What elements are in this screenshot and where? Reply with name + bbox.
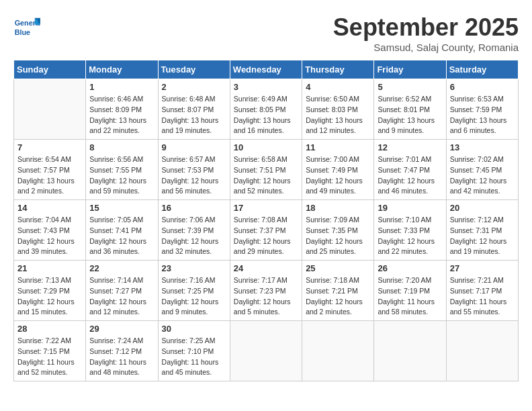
weekday-header-row: SundayMondayTuesdayWednesdayThursdayFrid… [14, 60, 519, 79]
calendar-cell: 16Sunrise: 7:06 AM Sunset: 7:39 PM Dayli… [158, 200, 230, 261]
calendar-cell: 12Sunrise: 7:01 AM Sunset: 7:47 PM Dayli… [374, 140, 446, 200]
weekday-header-tuesday: Tuesday [158, 60, 230, 79]
calendar-cell: 30Sunrise: 7:25 AM Sunset: 7:10 PM Dayli… [158, 321, 230, 381]
day-number: 9 [162, 142, 226, 152]
calendar-cell: 17Sunrise: 7:08 AM Sunset: 7:37 PM Dayli… [230, 200, 302, 261]
calendar-cell: 18Sunrise: 7:09 AM Sunset: 7:35 PM Dayli… [302, 200, 374, 261]
day-info: Sunrise: 7:20 AM Sunset: 7:19 PM Dayligh… [378, 275, 442, 318]
day-number: 27 [450, 263, 515, 273]
month-title: September 2025 [333, 13, 519, 42]
day-info: Sunrise: 6:48 AM Sunset: 8:07 PM Dayligh… [162, 94, 226, 136]
calendar-cell [446, 321, 518, 381]
day-info: Sunrise: 7:16 AM Sunset: 7:25 PM Dayligh… [162, 275, 226, 318]
day-number: 22 [89, 263, 154, 273]
calendar-cell [374, 321, 446, 381]
day-info: Sunrise: 7:08 AM Sunset: 7:37 PM Dayligh… [234, 215, 298, 257]
day-number: 2 [162, 82, 226, 92]
calendar-cell: 1Sunrise: 6:46 AM Sunset: 8:09 PM Daylig… [86, 79, 158, 140]
day-number: 21 [17, 263, 82, 273]
day-info: Sunrise: 6:46 AM Sunset: 8:09 PM Dayligh… [89, 94, 154, 136]
day-number: 24 [234, 263, 298, 273]
day-number: 28 [17, 324, 82, 334]
day-number: 29 [89, 324, 154, 334]
day-info: Sunrise: 6:57 AM Sunset: 7:53 PM Dayligh… [162, 154, 226, 197]
day-number: 15 [89, 203, 154, 213]
day-info: Sunrise: 6:49 AM Sunset: 8:05 PM Dayligh… [234, 94, 298, 136]
day-info: Sunrise: 6:54 AM Sunset: 7:57 PM Dayligh… [17, 154, 82, 197]
day-info: Sunrise: 7:00 AM Sunset: 7:49 PM Dayligh… [306, 154, 370, 197]
day-info: Sunrise: 6:50 AM Sunset: 8:03 PM Dayligh… [306, 94, 370, 136]
calendar-cell: 10Sunrise: 6:58 AM Sunset: 7:51 PM Dayli… [230, 140, 302, 200]
day-number: 1 [89, 82, 154, 92]
calendar-cell: 24Sunrise: 7:17 AM Sunset: 7:23 PM Dayli… [230, 261, 302, 321]
day-info: Sunrise: 7:05 AM Sunset: 7:41 PM Dayligh… [89, 215, 154, 257]
day-number: 17 [234, 203, 298, 213]
day-number: 14 [17, 203, 82, 213]
weekday-header-thursday: Thursday [302, 60, 374, 79]
calendar-cell: 19Sunrise: 7:10 AM Sunset: 7:33 PM Dayli… [374, 200, 446, 261]
logo-icon: General Blue [13, 13, 40, 40]
day-info: Sunrise: 7:13 AM Sunset: 7:29 PM Dayligh… [17, 275, 82, 318]
day-info: Sunrise: 7:10 AM Sunset: 7:33 PM Dayligh… [378, 215, 442, 257]
title-block: September 2025 Samsud, Salaj County, Rom… [333, 13, 519, 53]
calendar-cell: 23Sunrise: 7:16 AM Sunset: 7:25 PM Dayli… [158, 261, 230, 321]
day-info: Sunrise: 7:24 AM Sunset: 7:12 PM Dayligh… [89, 336, 154, 378]
calendar-cell: 6Sunrise: 6:53 AM Sunset: 7:59 PM Daylig… [446, 79, 518, 140]
calendar-cell: 26Sunrise: 7:20 AM Sunset: 7:19 PM Dayli… [374, 261, 446, 321]
page-header: General Blue September 2025 Samsud, Sala… [13, 13, 519, 53]
calendar-cell: 25Sunrise: 7:18 AM Sunset: 7:21 PM Dayli… [302, 261, 374, 321]
calendar-cell [230, 321, 302, 381]
day-info: Sunrise: 6:58 AM Sunset: 7:51 PM Dayligh… [234, 154, 298, 197]
day-info: Sunrise: 7:02 AM Sunset: 7:45 PM Dayligh… [450, 154, 515, 197]
day-info: Sunrise: 7:17 AM Sunset: 7:23 PM Dayligh… [234, 275, 298, 318]
calendar-cell [302, 321, 374, 381]
calendar-cell: 15Sunrise: 7:05 AM Sunset: 7:41 PM Dayli… [86, 200, 158, 261]
day-info: Sunrise: 7:01 AM Sunset: 7:47 PM Dayligh… [378, 154, 442, 197]
day-number: 4 [306, 82, 370, 92]
day-number: 5 [378, 82, 442, 92]
calendar-cell: 14Sunrise: 7:04 AM Sunset: 7:43 PM Dayli… [14, 200, 86, 261]
day-number: 20 [450, 203, 515, 213]
day-number: 16 [162, 203, 226, 213]
day-info: Sunrise: 6:56 AM Sunset: 7:55 PM Dayligh… [89, 154, 154, 197]
calendar-table: SundayMondayTuesdayWednesdayThursdayFrid… [13, 60, 519, 381]
weekday-header-monday: Monday [86, 60, 158, 79]
day-info: Sunrise: 7:21 AM Sunset: 7:17 PM Dayligh… [450, 275, 515, 318]
week-row-3: 14Sunrise: 7:04 AM Sunset: 7:43 PM Dayli… [14, 200, 519, 261]
day-number: 12 [378, 142, 442, 152]
calendar-cell: 28Sunrise: 7:22 AM Sunset: 7:15 PM Dayli… [14, 321, 86, 381]
day-number: 23 [162, 263, 226, 273]
day-number: 19 [378, 203, 442, 213]
day-info: Sunrise: 7:12 AM Sunset: 7:31 PM Dayligh… [450, 215, 515, 257]
weekday-header-wednesday: Wednesday [230, 60, 302, 79]
day-number: 13 [450, 142, 515, 152]
day-info: Sunrise: 7:18 AM Sunset: 7:21 PM Dayligh… [306, 275, 370, 318]
day-number: 7 [17, 142, 82, 152]
day-number: 8 [89, 142, 154, 152]
calendar-cell: 11Sunrise: 7:00 AM Sunset: 7:49 PM Dayli… [302, 140, 374, 200]
day-number: 3 [234, 82, 298, 92]
day-info: Sunrise: 7:25 AM Sunset: 7:10 PM Dayligh… [162, 336, 226, 378]
calendar-cell: 27Sunrise: 7:21 AM Sunset: 7:17 PM Dayli… [446, 261, 518, 321]
calendar-cell: 20Sunrise: 7:12 AM Sunset: 7:31 PM Dayli… [446, 200, 518, 261]
day-info: Sunrise: 7:14 AM Sunset: 7:27 PM Dayligh… [89, 275, 154, 318]
week-row-1: 1Sunrise: 6:46 AM Sunset: 8:09 PM Daylig… [14, 79, 519, 140]
week-row-4: 21Sunrise: 7:13 AM Sunset: 7:29 PM Dayli… [14, 261, 519, 321]
day-number: 18 [306, 203, 370, 213]
calendar-cell: 2Sunrise: 6:48 AM Sunset: 8:07 PM Daylig… [158, 79, 230, 140]
svg-text:Blue: Blue [15, 28, 30, 36]
day-info: Sunrise: 7:22 AM Sunset: 7:15 PM Dayligh… [17, 336, 82, 378]
day-info: Sunrise: 7:04 AM Sunset: 7:43 PM Dayligh… [17, 215, 82, 257]
weekday-header-saturday: Saturday [446, 60, 518, 79]
day-number: 30 [162, 324, 226, 334]
logo: General Blue [13, 13, 43, 40]
calendar-cell: 5Sunrise: 6:52 AM Sunset: 8:01 PM Daylig… [374, 79, 446, 140]
calendar-cell: 21Sunrise: 7:13 AM Sunset: 7:29 PM Dayli… [14, 261, 86, 321]
day-info: Sunrise: 7:06 AM Sunset: 7:39 PM Dayligh… [162, 215, 226, 257]
calendar-cell: 22Sunrise: 7:14 AM Sunset: 7:27 PM Dayli… [86, 261, 158, 321]
day-number: 11 [306, 142, 370, 152]
calendar-cell: 13Sunrise: 7:02 AM Sunset: 7:45 PM Dayli… [446, 140, 518, 200]
day-number: 6 [450, 82, 515, 92]
week-row-2: 7Sunrise: 6:54 AM Sunset: 7:57 PM Daylig… [14, 140, 519, 200]
calendar-cell: 3Sunrise: 6:49 AM Sunset: 8:05 PM Daylig… [230, 79, 302, 140]
